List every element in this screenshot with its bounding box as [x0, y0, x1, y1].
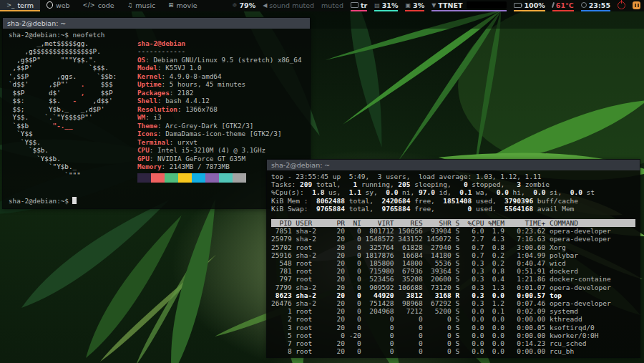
network-ssid: TTNET — [438, 1, 462, 9]
workspace-label: web — [56, 1, 70, 9]
memory-module: ▤ 31% — [374, 0, 398, 11]
film-icon: ⊞ — [168, 1, 173, 9]
color-swatch — [178, 173, 192, 183]
keyboard-layout-module: tr — [351, 0, 367, 11]
window-titlebar[interactable]: sha-2@debian: ~ — [3, 18, 310, 29]
neofetch-title-underline: ------------ — [137, 47, 302, 56]
process-row: 25916 sha-2 20 0 1817876 16684 14180 S 0… — [271, 251, 635, 259]
microphone-status: muted — [321, 1, 343, 9]
workspace-label: term — [17, 1, 34, 9]
microphone-module: muted — [321, 0, 343, 11]
battery-icon — [514, 3, 522, 8]
neofetch-info-line: Model: K55VJ 1.0 — [137, 64, 302, 72]
cpu-icon: ▣ — [405, 2, 411, 9]
tray-module[interactable] — [633, 0, 640, 11]
color-swatch — [219, 173, 233, 183]
pause-tray-icon — [633, 1, 640, 9]
neofetch-info-line: OS: Debian GNU/Linux 9.5 (stretch) x86_6… — [137, 56, 302, 64]
workspace-label: movie — [176, 1, 197, 9]
neofetch-info-line: CPU: Intel i5-3210M (4) @ 3.1GHz — [137, 146, 302, 155]
status-modules: ☼ 79% ◀ sound muted muted tr ▤ 31% ▣ 3% … — [232, 0, 644, 11]
command-line: sha-2@debian:~$ neofetch — [9, 31, 304, 39]
workspace-music[interactable]: ♫ music — [121, 0, 162, 11]
process-row: 7799 sha-2 20 0 909592 106688 73120 S 0.… — [271, 284, 635, 291]
thermometer-icon — [552, 2, 555, 8]
workspace-term[interactable]: >_ term — [0, 0, 40, 11]
battery-value: 100% — [524, 1, 545, 9]
temperature-module: 61°C — [552, 0, 574, 11]
terminal-window-neofetch: sha-2@debian: ~ sha-2@debian:~$ neofetch… — [2, 17, 311, 209]
top-table-header: PID USER PR NI VIRT RES SHR S %CPU %MEM … — [271, 219, 635, 227]
color-swatch — [233, 173, 246, 183]
memory-icon: ▤ — [374, 2, 380, 9]
process-row: 7851 sha-2 20 0 801712 150656 93904 S 6.… — [271, 227, 635, 235]
neofetch-ascii: _,met$$$$$gg. ,g$$$$$$$$$$$$$$$P. ,g$$P"… — [9, 39, 133, 180]
music-note-icon: ♫ — [127, 1, 133, 9]
keyboard-icon — [351, 2, 358, 8]
process-row: 1 root 20 0 204968 7212 5200 S 0.0 0.1 0… — [271, 307, 635, 315]
neofetch-info-line: Packages: 2182 — [137, 89, 302, 97]
neofetch-info-lines: OS: Debian GNU/Linux 9.5 (stretch) x86_6… — [137, 56, 302, 171]
memory-value: 31% — [382, 1, 399, 9]
process-row: 8 root 20 0 0 0 0 S 0.0 0.0 0:00.00 rcu_… — [271, 347, 635, 355]
volume-status: sound muted — [269, 1, 314, 9]
color-swatch — [151, 173, 165, 183]
terminal-content[interactable]: top - 23:55:45 up 5:49, 3 users, load av… — [267, 170, 640, 357]
neofetch-info-line: WM: i3 — [137, 113, 302, 122]
workspace-code[interactable]: </> code — [77, 0, 121, 11]
process-row: 548 root 20 0 185800 14800 5536 S 0.3 0.… — [271, 259, 635, 267]
process-row: 2 root 20 0 0 0 0 S 0.0 0.0 0:00.00 kthr… — [271, 315, 635, 323]
top-summary: top - 23:55:45 up 5:49, 3 users, load av… — [271, 173, 635, 213]
neofetch-info-line: Resolution: 1366x768 — [137, 105, 302, 114]
process-row: 26476 sha-2 20 0 751428 98968 67292 S 0.… — [271, 299, 635, 307]
neofetch-info-line: Theme: Arc-Grey-Dark [GTK2/3] — [137, 122, 302, 130]
power-icon — [618, 1, 625, 9]
network-redacted-box — [467, 1, 507, 9]
process-row: 8623 sha-2 20 0 44920 3812 3168 R 0.3 0.… — [271, 291, 635, 299]
process-row: 797 root 20 0 523456 35208 20600 S 0.3 0… — [271, 275, 635, 283]
cpu-module: ▣ 3% — [405, 0, 424, 11]
wifi-icon: ▼ — [431, 2, 436, 9]
window-title: sha-2@debian: ~ — [7, 19, 66, 27]
code-icon: </> — [83, 1, 95, 9]
cpu-value: 3% — [413, 1, 424, 9]
brightness-value: 79% — [239, 1, 255, 9]
neofetch-info-line: Uptime: 5 hours, 45 minutes — [137, 80, 302, 89]
process-row: 7 root 20 0 0 0 0 S 0.0 0.0 0:14.23 rcu_… — [271, 339, 635, 347]
process-row: 25702 root 20 0 325764 61828 27940 S 0.7… — [271, 243, 635, 251]
process-row: 781 root 20 0 715980 67936 39364 S 0.3 0… — [271, 267, 635, 275]
clock-icon — [581, 2, 587, 8]
color-swatch — [165, 173, 178, 183]
keyboard-layout: tr — [361, 1, 367, 9]
temperature-value: 61°C — [556, 1, 574, 9]
process-row: 5 root 0 -20 0 0 0 S 0.0 0.0 0:00.00 kwo… — [271, 331, 635, 339]
brightness-icon: ☼ — [232, 2, 237, 9]
window-titlebar[interactable]: sha-2@debian: ~ — [267, 160, 640, 170]
neofetch-info-line: Terminal: urxvt — [137, 138, 302, 147]
volume-module: ◀ sound muted — [263, 0, 314, 11]
shell-prompt[interactable]: sha-2@debian:~$ — [9, 197, 77, 205]
color-swatch — [205, 173, 219, 183]
terminal-window-top: sha-2@debian: ~ top - 23:55:45 up 5:49, … — [266, 159, 640, 358]
neofetch-info-line: Icons: DamaDamas-icon-theme [GTK2/3] — [137, 130, 302, 138]
network-module: ▼ TTNET — [431, 0, 507, 11]
brightness-module: ☼ 79% — [232, 0, 255, 11]
neofetch-title: sha-2@debian — [137, 39, 302, 48]
top-table-body: 7851 sha-2 20 0 801712 150656 93904 S 6.… — [271, 227, 635, 355]
window-title: sha-2@debian: ~ — [271, 161, 330, 169]
color-swatch — [192, 173, 205, 183]
workspace-web[interactable]: web — [40, 0, 77, 11]
text-cursor — [72, 197, 77, 204]
battery-module: 100% — [514, 0, 545, 11]
polybar: >_ term web </> code ♫ music ⊞ movie ☼ 7… — [0, 0, 644, 11]
terminal-content[interactable]: sha-2@debian:~$ neofetch _,met$$$$$gg. ,… — [3, 29, 310, 208]
power-module[interactable] — [618, 0, 625, 11]
clock-module: 23:55 — [581, 0, 610, 11]
workspace-movie[interactable]: ⊞ movie — [162, 0, 203, 11]
workspace-label: code — [98, 1, 114, 9]
neofetch-info-line: Kernel: 4.9.0-8-amd64 — [137, 72, 302, 81]
speaker-muted-icon: ◀ — [263, 2, 267, 9]
workspace-label: music — [135, 1, 155, 9]
workspace-list: >_ term web </> code ♫ music ⊞ movie — [0, 0, 204, 11]
color-swatch — [137, 173, 151, 183]
